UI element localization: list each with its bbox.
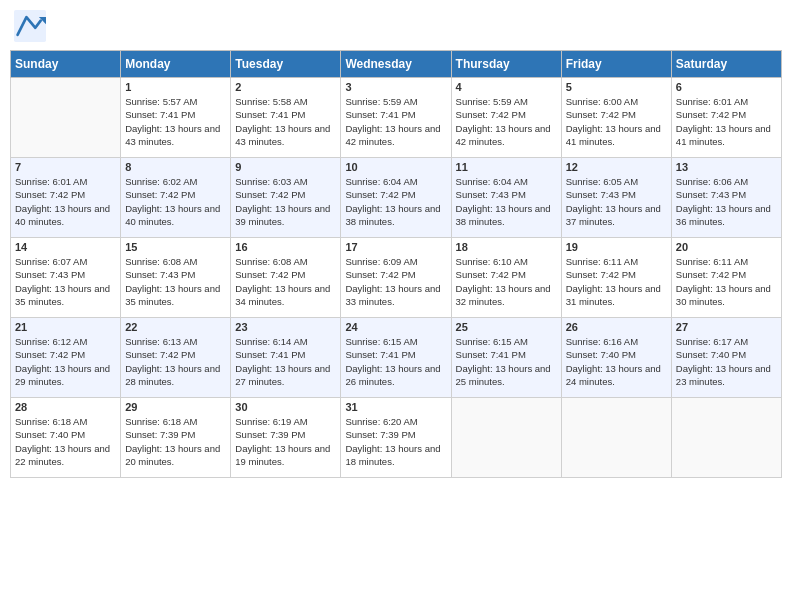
calendar-cell xyxy=(451,398,561,478)
calendar-cell: 31Sunrise: 6:20 AMSunset: 7:39 PMDayligh… xyxy=(341,398,451,478)
calendar-cell: 10Sunrise: 6:04 AMSunset: 7:42 PMDayligh… xyxy=(341,158,451,238)
calendar-cell: 7Sunrise: 6:01 AMSunset: 7:42 PMDaylight… xyxy=(11,158,121,238)
calendar-cell: 18Sunrise: 6:10 AMSunset: 7:42 PMDayligh… xyxy=(451,238,561,318)
day-info: Sunrise: 6:08 AMSunset: 7:42 PMDaylight:… xyxy=(235,255,336,308)
weekday-header: Tuesday xyxy=(231,51,341,78)
calendar-cell: 16Sunrise: 6:08 AMSunset: 7:42 PMDayligh… xyxy=(231,238,341,318)
weekday-header: Saturday xyxy=(671,51,781,78)
day-number: 13 xyxy=(676,161,777,173)
day-info: Sunrise: 6:11 AMSunset: 7:42 PMDaylight:… xyxy=(566,255,667,308)
day-info: Sunrise: 6:15 AMSunset: 7:41 PMDaylight:… xyxy=(345,335,446,388)
calendar-cell: 24Sunrise: 6:15 AMSunset: 7:41 PMDayligh… xyxy=(341,318,451,398)
calendar-cell: 4Sunrise: 5:59 AMSunset: 7:42 PMDaylight… xyxy=(451,78,561,158)
day-number: 5 xyxy=(566,81,667,93)
weekday-header: Wednesday xyxy=(341,51,451,78)
day-number: 7 xyxy=(15,161,116,173)
day-info: Sunrise: 6:19 AMSunset: 7:39 PMDaylight:… xyxy=(235,415,336,468)
day-number: 17 xyxy=(345,241,446,253)
day-info: Sunrise: 6:18 AMSunset: 7:40 PMDaylight:… xyxy=(15,415,116,468)
day-number: 30 xyxy=(235,401,336,413)
day-number: 21 xyxy=(15,321,116,333)
day-info: Sunrise: 6:13 AMSunset: 7:42 PMDaylight:… xyxy=(125,335,226,388)
day-info: Sunrise: 6:15 AMSunset: 7:41 PMDaylight:… xyxy=(456,335,557,388)
day-info: Sunrise: 6:20 AMSunset: 7:39 PMDaylight:… xyxy=(345,415,446,468)
day-info: Sunrise: 6:07 AMSunset: 7:43 PMDaylight:… xyxy=(15,255,116,308)
calendar-cell: 5Sunrise: 6:00 AMSunset: 7:42 PMDaylight… xyxy=(561,78,671,158)
calendar-cell: 30Sunrise: 6:19 AMSunset: 7:39 PMDayligh… xyxy=(231,398,341,478)
calendar-cell xyxy=(11,78,121,158)
day-number: 11 xyxy=(456,161,557,173)
day-info: Sunrise: 6:09 AMSunset: 7:42 PMDaylight:… xyxy=(345,255,446,308)
day-info: Sunrise: 6:02 AMSunset: 7:42 PMDaylight:… xyxy=(125,175,226,228)
day-number: 25 xyxy=(456,321,557,333)
calendar-week-row: 21Sunrise: 6:12 AMSunset: 7:42 PMDayligh… xyxy=(11,318,782,398)
calendar-cell xyxy=(561,398,671,478)
calendar-week-row: 28Sunrise: 6:18 AMSunset: 7:40 PMDayligh… xyxy=(11,398,782,478)
day-info: Sunrise: 6:04 AMSunset: 7:43 PMDaylight:… xyxy=(456,175,557,228)
page-header xyxy=(10,10,782,42)
calendar-week-row: 14Sunrise: 6:07 AMSunset: 7:43 PMDayligh… xyxy=(11,238,782,318)
day-info: Sunrise: 6:01 AMSunset: 7:42 PMDaylight:… xyxy=(15,175,116,228)
day-number: 24 xyxy=(345,321,446,333)
day-info: Sunrise: 6:12 AMSunset: 7:42 PMDaylight:… xyxy=(15,335,116,388)
day-info: Sunrise: 6:17 AMSunset: 7:40 PMDaylight:… xyxy=(676,335,777,388)
calendar-cell: 1Sunrise: 5:57 AMSunset: 7:41 PMDaylight… xyxy=(121,78,231,158)
day-info: Sunrise: 6:05 AMSunset: 7:43 PMDaylight:… xyxy=(566,175,667,228)
day-info: Sunrise: 6:00 AMSunset: 7:42 PMDaylight:… xyxy=(566,95,667,148)
day-info: Sunrise: 6:14 AMSunset: 7:41 PMDaylight:… xyxy=(235,335,336,388)
day-number: 23 xyxy=(235,321,336,333)
day-number: 29 xyxy=(125,401,226,413)
day-number: 10 xyxy=(345,161,446,173)
calendar-cell: 17Sunrise: 6:09 AMSunset: 7:42 PMDayligh… xyxy=(341,238,451,318)
day-number: 14 xyxy=(15,241,116,253)
day-info: Sunrise: 5:59 AMSunset: 7:42 PMDaylight:… xyxy=(456,95,557,148)
day-number: 9 xyxy=(235,161,336,173)
day-number: 18 xyxy=(456,241,557,253)
weekday-header: Sunday xyxy=(11,51,121,78)
calendar-cell xyxy=(671,398,781,478)
weekday-header: Thursday xyxy=(451,51,561,78)
calendar-cell: 20Sunrise: 6:11 AMSunset: 7:42 PMDayligh… xyxy=(671,238,781,318)
day-info: Sunrise: 5:59 AMSunset: 7:41 PMDaylight:… xyxy=(345,95,446,148)
day-info: Sunrise: 6:10 AMSunset: 7:42 PMDaylight:… xyxy=(456,255,557,308)
logo-icon xyxy=(14,10,46,42)
calendar-cell: 22Sunrise: 6:13 AMSunset: 7:42 PMDayligh… xyxy=(121,318,231,398)
day-info: Sunrise: 6:04 AMSunset: 7:42 PMDaylight:… xyxy=(345,175,446,228)
calendar-cell: 29Sunrise: 6:18 AMSunset: 7:39 PMDayligh… xyxy=(121,398,231,478)
weekday-header: Monday xyxy=(121,51,231,78)
calendar-cell: 14Sunrise: 6:07 AMSunset: 7:43 PMDayligh… xyxy=(11,238,121,318)
calendar-cell: 25Sunrise: 6:15 AMSunset: 7:41 PMDayligh… xyxy=(451,318,561,398)
svg-rect-0 xyxy=(14,10,46,42)
calendar-cell: 8Sunrise: 6:02 AMSunset: 7:42 PMDaylight… xyxy=(121,158,231,238)
calendar-cell: 23Sunrise: 6:14 AMSunset: 7:41 PMDayligh… xyxy=(231,318,341,398)
calendar-cell: 19Sunrise: 6:11 AMSunset: 7:42 PMDayligh… xyxy=(561,238,671,318)
day-number: 1 xyxy=(125,81,226,93)
day-number: 2 xyxy=(235,81,336,93)
calendar-cell: 26Sunrise: 6:16 AMSunset: 7:40 PMDayligh… xyxy=(561,318,671,398)
calendar-cell: 27Sunrise: 6:17 AMSunset: 7:40 PMDayligh… xyxy=(671,318,781,398)
day-info: Sunrise: 6:06 AMSunset: 7:43 PMDaylight:… xyxy=(676,175,777,228)
day-info: Sunrise: 6:01 AMSunset: 7:42 PMDaylight:… xyxy=(676,95,777,148)
day-number: 15 xyxy=(125,241,226,253)
day-info: Sunrise: 6:03 AMSunset: 7:42 PMDaylight:… xyxy=(235,175,336,228)
day-number: 16 xyxy=(235,241,336,253)
day-number: 19 xyxy=(566,241,667,253)
weekday-header: Friday xyxy=(561,51,671,78)
calendar-cell: 3Sunrise: 5:59 AMSunset: 7:41 PMDaylight… xyxy=(341,78,451,158)
calendar-cell: 2Sunrise: 5:58 AMSunset: 7:41 PMDaylight… xyxy=(231,78,341,158)
calendar-cell: 13Sunrise: 6:06 AMSunset: 7:43 PMDayligh… xyxy=(671,158,781,238)
day-number: 22 xyxy=(125,321,226,333)
calendar-cell: 9Sunrise: 6:03 AMSunset: 7:42 PMDaylight… xyxy=(231,158,341,238)
day-number: 28 xyxy=(15,401,116,413)
day-info: Sunrise: 5:57 AMSunset: 7:41 PMDaylight:… xyxy=(125,95,226,148)
day-number: 3 xyxy=(345,81,446,93)
logo xyxy=(14,10,50,42)
calendar-week-row: 7Sunrise: 6:01 AMSunset: 7:42 PMDaylight… xyxy=(11,158,782,238)
calendar-cell: 28Sunrise: 6:18 AMSunset: 7:40 PMDayligh… xyxy=(11,398,121,478)
calendar-cell: 11Sunrise: 6:04 AMSunset: 7:43 PMDayligh… xyxy=(451,158,561,238)
day-number: 12 xyxy=(566,161,667,173)
day-number: 20 xyxy=(676,241,777,253)
calendar-cell: 21Sunrise: 6:12 AMSunset: 7:42 PMDayligh… xyxy=(11,318,121,398)
weekday-header-row: SundayMondayTuesdayWednesdayThursdayFrid… xyxy=(11,51,782,78)
calendar-cell: 12Sunrise: 6:05 AMSunset: 7:43 PMDayligh… xyxy=(561,158,671,238)
